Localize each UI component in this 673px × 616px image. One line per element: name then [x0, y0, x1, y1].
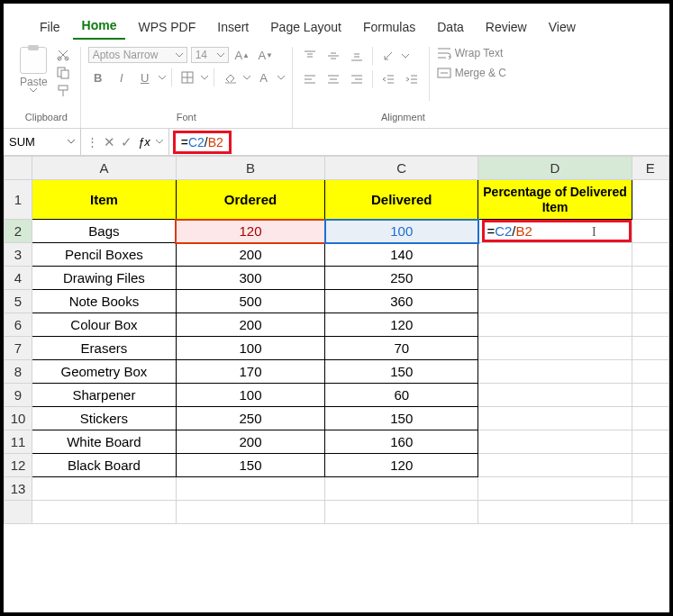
cell-A13[interactable] [32, 477, 176, 501]
cell-C9[interactable]: 60 [325, 384, 478, 407]
cell-B6[interactable]: 200 [176, 313, 324, 337]
cell-E11[interactable] [632, 430, 668, 454]
cell-E4[interactable] [632, 267, 668, 290]
format-painter-button[interactable] [53, 83, 73, 99]
bold-button[interactable]: B [88, 69, 108, 86]
cell-D7[interactable] [478, 337, 632, 360]
wrap-text-button[interactable]: Wrap Text [437, 47, 506, 59]
cell-D4[interactable] [478, 267, 632, 290]
cell-A9[interactable]: Sharpener [32, 384, 176, 407]
decrease-indent-button[interactable] [378, 71, 398, 87]
cell-C12[interactable]: 120 [325, 454, 478, 477]
cell-C10[interactable]: 150 [325, 407, 478, 430]
tab-wpspdf[interactable]: WPS PDF [129, 14, 205, 40]
align-bottom-button[interactable] [347, 48, 367, 64]
align-center-button[interactable] [323, 71, 343, 87]
cell-D1[interactable]: Percentage of Delivered Item [478, 180, 632, 220]
cell-E7[interactable] [632, 337, 668, 360]
row-header-6[interactable]: 6 [5, 313, 32, 337]
cell-B10[interactable]: 250 [176, 407, 324, 430]
cell-A7[interactable]: Erasers [32, 337, 176, 360]
cell-A2[interactable]: Bags [32, 220, 176, 243]
row-header-11[interactable]: 11 [5, 430, 32, 454]
chevron-down-icon[interactable] [201, 76, 208, 80]
chevron-down-icon[interactable] [402, 54, 409, 59]
cell-E1[interactable] [632, 180, 668, 220]
font-color-button[interactable]: A [254, 69, 274, 86]
formula-input[interactable]: =C2/B2 [173, 131, 232, 154]
cell-A8[interactable]: Geometry Box [32, 360, 176, 384]
row-header-5[interactable]: 5 [5, 290, 32, 313]
row-header-3[interactable]: 3 [5, 243, 32, 267]
row-header-7[interactable]: 7 [5, 337, 32, 360]
fx-button[interactable]: ƒx [138, 135, 150, 149]
row-header-10[interactable]: 10 [5, 407, 32, 430]
merge-center-button[interactable]: Merge & C [437, 67, 506, 79]
paste-button[interactable]: Paste [20, 47, 48, 93]
cell-D2[interactable]: =C2/B2 I [478, 220, 632, 243]
cell-C1[interactable]: Delivered [325, 180, 478, 220]
chevron-down-icon[interactable] [243, 76, 250, 80]
cell-C13[interactable] [325, 477, 478, 501]
tab-file[interactable]: File [31, 14, 69, 40]
cell-E2[interactable] [632, 220, 668, 243]
cell-A3[interactable]: Pencil Boxes [32, 243, 176, 267]
cell-A4[interactable]: Drawing Files [32, 267, 176, 290]
cell-B4[interactable]: 300 [176, 267, 324, 290]
increase-font-icon[interactable]: A▲ [232, 47, 252, 63]
underline-button[interactable]: U [135, 69, 155, 86]
italic-button[interactable]: I [112, 69, 132, 86]
cell-D10[interactable] [478, 407, 632, 430]
cell-D13[interactable] [478, 477, 632, 501]
cell-C2[interactable]: 100 [325, 220, 478, 243]
cell-E6[interactable] [632, 313, 668, 337]
cell-C11[interactable]: 160 [325, 430, 478, 454]
font-name-select[interactable]: Aptos Narrow [88, 47, 187, 63]
cell-C8[interactable]: 150 [325, 360, 478, 384]
font-size-select[interactable]: 14 [191, 47, 229, 63]
copy-button[interactable] [53, 65, 73, 81]
select-all-corner[interactable] [5, 157, 32, 180]
cancel-formula-button[interactable]: ✕ [104, 134, 115, 150]
row-header-1[interactable]: 1 [5, 180, 32, 220]
align-top-button[interactable] [300, 48, 320, 64]
chevron-down-icon[interactable] [277, 76, 285, 80]
row-header-13[interactable]: 13 [5, 477, 32, 501]
cell-D12[interactable] [478, 454, 632, 477]
cell-A12[interactable]: Black Board [32, 454, 176, 477]
spreadsheet[interactable]: A B C D E 1 Item Ordered Delivered Perce… [4, 156, 669, 612]
cell-E12[interactable] [632, 454, 668, 477]
col-header-E[interactable]: E [632, 157, 668, 180]
chevron-down-icon[interactable] [159, 76, 166, 80]
borders-button[interactable] [177, 69, 197, 86]
cell-B9[interactable]: 100 [176, 384, 324, 407]
cell-C4[interactable]: 250 [325, 267, 478, 290]
row-header-8[interactable]: 8 [5, 360, 32, 384]
row-header-blank[interactable] [5, 501, 32, 524]
cell-B8[interactable]: 170 [176, 360, 324, 384]
cut-button[interactable] [53, 47, 73, 63]
row-header-2[interactable]: 2 [5, 220, 32, 243]
row-header-12[interactable]: 12 [5, 454, 32, 477]
cell-B11[interactable]: 200 [176, 430, 324, 454]
cell-E13[interactable] [632, 477, 668, 501]
cell-B12[interactable]: 150 [176, 454, 324, 477]
cell-D11[interactable] [478, 430, 632, 454]
cell-B2[interactable]: 120 [176, 220, 324, 243]
row-header-9[interactable]: 9 [5, 384, 32, 407]
cell-B1[interactable]: Ordered [176, 180, 324, 220]
cell-E8[interactable] [632, 360, 668, 384]
cell-E5[interactable] [632, 290, 668, 313]
fill-color-button[interactable] [220, 69, 240, 86]
align-left-button[interactable] [300, 71, 320, 87]
cell-D6[interactable] [478, 313, 632, 337]
tab-data[interactable]: Data [428, 14, 473, 40]
cell-B3[interactable]: 200 [176, 243, 324, 267]
tab-view[interactable]: View [540, 14, 585, 40]
tab-insert[interactable]: Insert [208, 14, 258, 40]
cell-A6[interactable]: Colour Box [32, 313, 176, 337]
cell-C7[interactable]: 70 [325, 337, 478, 360]
increase-indent-button[interactable] [402, 71, 422, 87]
cell-A5[interactable]: Note Books [32, 290, 176, 313]
tab-review[interactable]: Review [477, 14, 536, 40]
